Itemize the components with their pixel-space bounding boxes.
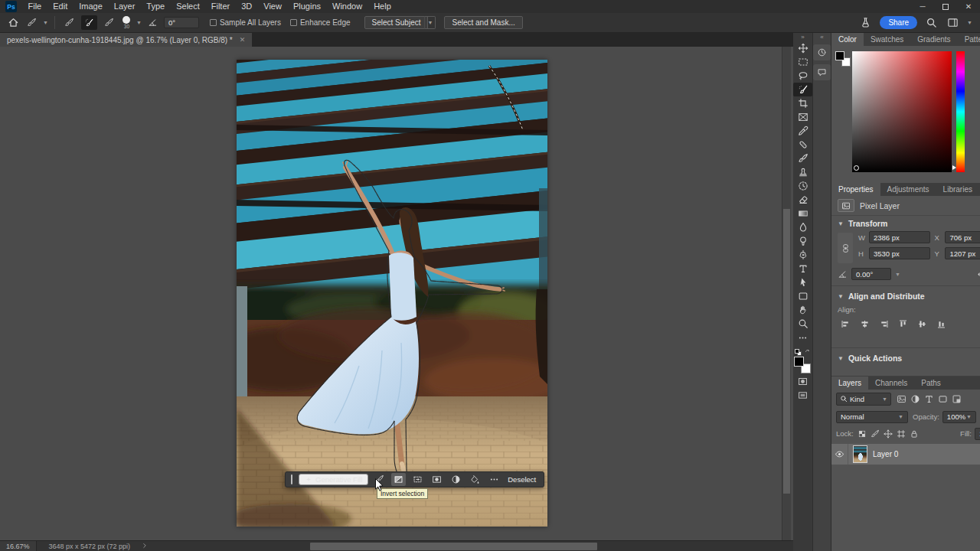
search-icon[interactable] <box>924 15 939 30</box>
quick-mask-mode-icon[interactable] <box>793 374 812 388</box>
menu-item[interactable]: Type <box>141 0 171 13</box>
beta-features-icon[interactable] <box>858 15 873 30</box>
photo-image[interactable] <box>237 60 547 527</box>
canvas-photo[interactable] <box>237 60 547 527</box>
tool-dodge[interactable] <box>793 234 812 248</box>
home-icon[interactable] <box>6 15 21 30</box>
expand-dock-icon[interactable]: « <box>820 34 823 41</box>
menu-item[interactable]: Edit <box>47 0 74 13</box>
lock-artboard-icon[interactable] <box>896 428 907 439</box>
rotation-angle-field[interactable]: 0.00° <box>851 268 891 280</box>
align-left-icon[interactable] <box>838 317 854 331</box>
screen-mode-icon[interactable] <box>793 388 812 402</box>
chevron-down-icon[interactable]: ▼ <box>967 20 972 25</box>
quick-actions-section-header[interactable]: ▼ Quick Actions <box>831 350 980 366</box>
align-center-horizontal-icon[interactable] <box>857 317 873 331</box>
tool-gradient[interactable] <box>793 207 812 220</box>
options-checkbox[interactable]: Enhance Edge <box>290 18 351 27</box>
maximize-icon[interactable] <box>934 0 957 13</box>
contextual-task-bar[interactable]: Generative Fill Deselect <box>285 471 544 487</box>
tool-eyedropper[interactable] <box>793 124 812 138</box>
tool-crop[interactable] <box>793 96 812 110</box>
more-options-icon[interactable] <box>487 473 501 486</box>
tool-lasso[interactable] <box>793 69 812 83</box>
layer-visibility-icon[interactable] <box>831 444 848 465</box>
chevron-down-icon[interactable]: ▼ <box>136 20 142 25</box>
blend-mode-select[interactable]: Normal ▼ <box>836 411 908 423</box>
new-selection-mode-icon[interactable] <box>61 15 77 30</box>
fill-field[interactable]: 100% ▼ <box>975 428 980 440</box>
select-and-mask-button[interactable]: Select and Mask... <box>444 16 522 29</box>
height-field[interactable]: 3530 px <box>869 247 930 259</box>
mask-selection-icon[interactable] <box>430 473 444 486</box>
vertical-scrollbar-thumb[interactable] <box>783 209 790 494</box>
status-options-icon[interactable] <box>141 542 149 550</box>
color-panel-tab[interactable]: Color <box>831 33 864 46</box>
layers-panel-tab[interactable]: Paths <box>914 377 948 390</box>
history-panel-icon[interactable] <box>813 44 831 60</box>
lock-transparency-icon[interactable] <box>857 428 868 439</box>
checkbox-icon[interactable] <box>210 19 217 26</box>
color-panel-tab[interactable]: Patterns <box>958 33 980 46</box>
filter-smart-objects-icon[interactable] <box>949 393 963 406</box>
tool-brush[interactable] <box>793 152 812 165</box>
tool-path-select[interactable] <box>793 276 812 289</box>
layers-panel-tab[interactable]: Layers <box>831 377 868 390</box>
tool-history-brush[interactable] <box>793 179 812 193</box>
fill-selection-icon[interactable] <box>468 473 482 486</box>
horizontal-scrollbar-thumb[interactable] <box>310 543 597 550</box>
menu-item[interactable]: View <box>258 0 288 13</box>
share-button[interactable]: Share <box>880 16 917 29</box>
brush-size-picker[interactable]: 30 <box>121 16 132 29</box>
x-field[interactable]: 706 px <box>945 231 980 243</box>
checkbox-icon[interactable] <box>290 19 297 26</box>
hue-slider[interactable] <box>956 51 965 172</box>
zoom-level-field[interactable]: 16.67% <box>0 541 37 551</box>
tool-marquee[interactable] <box>793 55 812 69</box>
close-icon[interactable]: ✕ <box>957 0 980 13</box>
tool-healing[interactable] <box>793 138 812 152</box>
link-dimensions-icon[interactable] <box>838 233 853 263</box>
properties-panel-tab[interactable]: Properties <box>831 183 880 196</box>
properties-panel-tab[interactable]: Libraries <box>936 183 979 196</box>
align-section-header[interactable]: ▼ Align and Distribute <box>831 289 980 304</box>
tool-type[interactable] <box>793 262 812 276</box>
tool-hand[interactable] <box>793 303 812 317</box>
width-field[interactable]: 2386 px <box>869 231 930 243</box>
menu-item[interactable]: Help <box>368 0 397 13</box>
hue-slider-marker[interactable] <box>952 165 956 170</box>
flip-horizontal-icon[interactable] <box>976 269 980 279</box>
menu-item[interactable]: 3D <box>236 0 258 13</box>
edit-toolbar-icon[interactable] <box>793 331 812 344</box>
swap-colors-icon[interactable] <box>804 348 812 356</box>
brush-angle-field[interactable]: 0° <box>164 17 199 28</box>
tab-close-icon[interactable]: ✕ <box>240 36 246 44</box>
filter-shape-layers-icon[interactable] <box>936 393 949 406</box>
tool-blur[interactable] <box>793 220 812 234</box>
tool-preset-icon[interactable] <box>24 15 39 30</box>
filter-adjustment-layers-icon[interactable] <box>908 393 922 406</box>
transform-selection-icon[interactable] <box>410 473 425 486</box>
align-bottom-icon[interactable] <box>933 317 949 331</box>
y-field[interactable]: 1207 px <box>945 247 980 259</box>
tool-pen[interactable] <box>793 248 812 262</box>
align-center-vertical-icon[interactable] <box>914 317 930 331</box>
document-tab[interactable]: pexels-wellington-cunha-1918445.jpg @ 16… <box>0 33 252 47</box>
color-panel-tab[interactable]: Gradients <box>910 33 957 46</box>
menu-item[interactable]: Image <box>74 0 109 13</box>
layers-panel-tab[interactable]: Channels <box>868 377 914 390</box>
workspace-switcher-icon[interactable] <box>946 15 960 30</box>
chevron-down-icon[interactable]: ▼ <box>895 272 900 277</box>
menu-item[interactable]: Filter <box>205 0 235 13</box>
lock-position-icon[interactable] <box>883 428 894 439</box>
menu-item[interactable]: Select <box>171 0 206 13</box>
layer-filter-kind-field[interactable]: Kind ▼ <box>836 393 891 406</box>
lock-pixels-icon[interactable] <box>870 428 881 439</box>
tool-shape[interactable] <box>793 289 812 303</box>
tool-selection-brush[interactable] <box>793 83 812 96</box>
add-selection-mode-icon[interactable] <box>81 15 97 30</box>
menu-item[interactable]: Plugins <box>287 0 326 13</box>
transform-section-header[interactable]: ▼ Transform <box>831 216 980 231</box>
layer-name[interactable]: Layer 0 <box>873 450 898 458</box>
subtract-selection-mode-icon[interactable] <box>101 15 117 30</box>
